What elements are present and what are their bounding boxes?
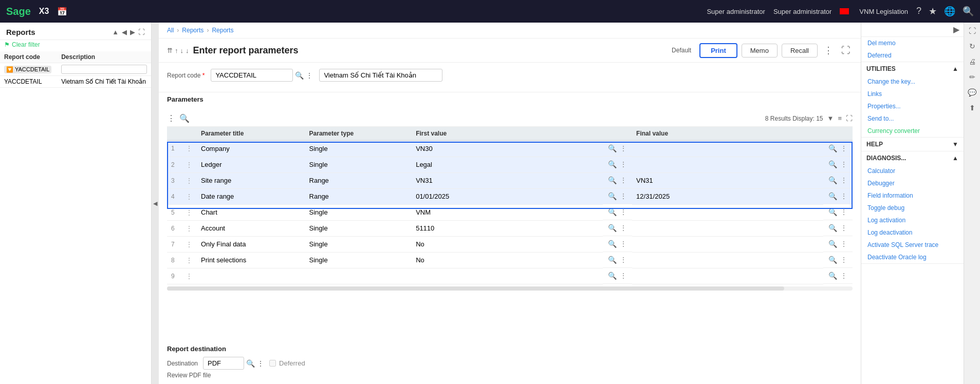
row-final-more-icon-4[interactable]: ⋮: [839, 191, 848, 201]
row-search-icon-1[interactable]: 🔍: [607, 143, 618, 153]
row-more-icon-8[interactable]: ⋮: [619, 255, 628, 265]
deferred-item[interactable]: Deferred: [861, 49, 964, 62]
row-final-more-icon-7[interactable]: ⋮: [839, 239, 848, 249]
sidebar-next-icon[interactable]: ▶: [130, 28, 135, 36]
row-first-value-6[interactable]: [412, 220, 603, 236]
sidebar-expand-icon[interactable]: ⛶: [138, 28, 145, 36]
params-row-3[interactable]: 3 ⋮ Site range Range 🔍 ⋮ 🔍 ⋮: [167, 172, 853, 188]
breadcrumb-reports1[interactable]: Reports: [182, 27, 204, 34]
log-deactivation-item[interactable]: Log deactivation: [861, 226, 964, 239]
row-final-more-icon-9[interactable]: ⋮: [839, 271, 848, 281]
memo-button[interactable]: Memo: [742, 44, 778, 57]
row-handle-3[interactable]: ⋮: [181, 172, 197, 188]
deactivate-oracle-item[interactable]: Deactivate Oracle log: [861, 251, 964, 263]
print-button[interactable]: Print: [699, 43, 737, 58]
row-final-value-9[interactable]: [632, 268, 823, 284]
row-handle-2[interactable]: ⋮: [181, 157, 197, 172]
row-first-value-5[interactable]: [412, 204, 603, 220]
row-final-search-icon-9[interactable]: 🔍: [827, 271, 838, 281]
breadcrumb-all[interactable]: All: [167, 27, 174, 34]
del-memo-item[interactable]: Del memo: [861, 37, 964, 49]
row-final-value-4[interactable]: [632, 188, 823, 204]
star-icon[interactable]: ★: [929, 6, 937, 17]
sidebar-row-1[interactable]: YACCDETAIL Vietnam Số Chi Tiết Tài Khoản: [0, 76, 151, 88]
nav-up-icon[interactable]: ↑: [175, 47, 178, 54]
activate-sql-item[interactable]: Activate SQL Server trace: [861, 239, 964, 251]
field-information-item[interactable]: Field information: [861, 189, 964, 202]
strip-refresh-icon[interactable]: ↻: [969, 42, 975, 50]
row-final-search-icon-7[interactable]: 🔍: [827, 239, 838, 249]
params-row-1[interactable]: 1 ⋮ Company Single 🔍 ⋮ 🔍 ⋮: [167, 141, 853, 157]
row-final-more-icon-6[interactable]: ⋮: [839, 223, 848, 233]
row-more-icon-6[interactable]: ⋮: [619, 223, 628, 233]
row-handle-4[interactable]: ⋮: [181, 188, 197, 204]
row-final-value-5[interactable]: [632, 204, 823, 220]
sidebar-filter-input[interactable]: [61, 65, 147, 74]
recall-button[interactable]: Recall: [782, 44, 818, 57]
utilities-header[interactable]: UTILITIES ▲: [861, 62, 964, 75]
row-more-icon-9[interactable]: ⋮: [619, 271, 628, 281]
row-search-icon-5[interactable]: 🔍: [607, 207, 618, 217]
calendar-icon[interactable]: 📅: [57, 7, 67, 16]
row-final-search-icon-6[interactable]: 🔍: [827, 223, 838, 233]
strip-expand-icon[interactable]: ⛶: [969, 27, 976, 35]
row-first-value-2[interactable]: [412, 157, 603, 172]
row-first-value-3[interactable]: [412, 172, 603, 188]
strip-pencil-icon[interactable]: ✏: [969, 73, 975, 81]
nav-down-icon[interactable]: ↓: [180, 47, 184, 54]
sidebar-collapse-icon[interactable]: ▲: [112, 28, 119, 36]
toolbar-more-icon[interactable]: ⋮: [167, 113, 175, 123]
row-search-icon-2[interactable]: 🔍: [607, 159, 618, 169]
right-panel-collapse-icon[interactable]: ▶: [953, 25, 959, 34]
row-first-value-9[interactable]: [412, 268, 603, 284]
row-final-value-2[interactable]: [632, 157, 823, 172]
dest-more-icon[interactable]: ⋮: [257, 359, 264, 368]
row-final-value-8[interactable]: [632, 252, 823, 268]
row-more-icon-1[interactable]: ⋮: [619, 143, 628, 153]
links-item[interactable]: Links: [861, 88, 964, 100]
toggle-debug-item[interactable]: Toggle debug: [861, 202, 964, 214]
strip-upload-icon[interactable]: ⬆: [969, 104, 975, 112]
globe-icon[interactable]: 🌐: [944, 6, 955, 17]
report-code-input[interactable]: [211, 69, 293, 82]
params-row-2[interactable]: 2 ⋮ Ledger Single 🔍 ⋮ 🔍 ⋮: [167, 157, 853, 172]
row-more-icon-5[interactable]: ⋮: [619, 207, 628, 217]
params-row-8[interactable]: 8 ⋮ Print selections Single 🔍 ⋮ 🔍 ⋮: [167, 252, 853, 268]
more-options-icon[interactable]: ⋮: [822, 43, 835, 58]
help-header[interactable]: HELP ▼: [861, 138, 964, 151]
row-final-search-icon-3[interactable]: 🔍: [827, 175, 838, 185]
row-search-icon-4[interactable]: 🔍: [607, 191, 618, 201]
row-search-icon-7[interactable]: 🔍: [607, 239, 618, 249]
row-final-value-3[interactable]: [632, 172, 823, 188]
params-row-4[interactable]: 4 ⋮ Date range Range 🔍 ⋮ 🔍 ⋮: [167, 188, 853, 204]
row-final-value-1[interactable]: [632, 141, 823, 157]
row-final-search-icon-1[interactable]: 🔍: [827, 143, 838, 153]
row-handle-5[interactable]: ⋮: [181, 204, 197, 220]
row-more-icon-4[interactable]: ⋮: [619, 191, 628, 201]
row-more-icon-3[interactable]: ⋮: [619, 175, 628, 185]
row-first-value-8[interactable]: [412, 252, 603, 268]
report-description-input[interactable]: [319, 69, 442, 82]
row-first-value-7[interactable]: [412, 236, 603, 252]
row-first-value-4[interactable]: [412, 188, 603, 204]
row-final-more-icon-2[interactable]: ⋮: [839, 159, 848, 169]
sidebar-prev-icon[interactable]: ◀: [122, 28, 127, 36]
row-more-icon-7[interactable]: ⋮: [619, 239, 628, 249]
debugger-item[interactable]: Debugger: [861, 177, 964, 189]
row-search-icon-6[interactable]: 🔍: [607, 223, 618, 233]
row-search-icon-8[interactable]: 🔍: [607, 255, 618, 265]
log-activation-item[interactable]: Log activation: [861, 214, 964, 226]
report-code-search-icon[interactable]: 🔍: [295, 71, 304, 80]
row-final-search-icon-5[interactable]: 🔍: [827, 207, 838, 217]
params-row-5[interactable]: 5 ⋮ Chart Single 🔍 ⋮ 🔍 ⋮: [167, 204, 853, 220]
row-final-more-icon-1[interactable]: ⋮: [839, 143, 848, 153]
row-handle-9[interactable]: ⋮: [181, 268, 197, 284]
row-search-icon-9[interactable]: 🔍: [607, 271, 618, 281]
row-final-search-icon-8[interactable]: 🔍: [827, 255, 838, 265]
row-handle-8[interactable]: ⋮: [181, 252, 197, 268]
row-final-search-icon-2[interactable]: 🔍: [827, 159, 838, 169]
dest-input[interactable]: [203, 357, 244, 370]
change-key-item[interactable]: Change the key...: [861, 75, 964, 88]
params-row-9[interactable]: 9 ⋮ 🔍 ⋮ 🔍 ⋮: [167, 268, 853, 284]
properties-item[interactable]: Properties...: [861, 100, 964, 112]
